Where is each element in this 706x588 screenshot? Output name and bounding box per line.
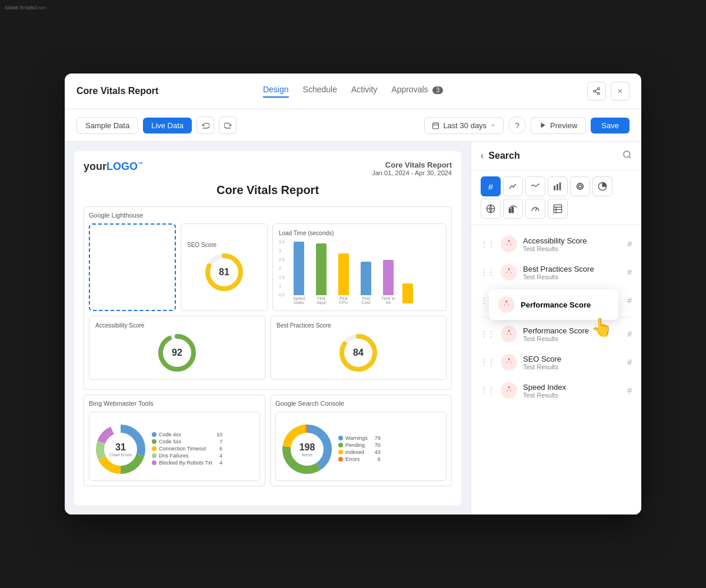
item-info-accessibility: Accessibility Score Test Results bbox=[523, 236, 621, 252]
panel-title: Search bbox=[488, 151, 618, 161]
share-button[interactable] bbox=[587, 82, 606, 101]
widget-type-pie[interactable] bbox=[592, 176, 612, 196]
report-header: yourLOGO™ Core Vitals Report Jan 01, 202… bbox=[84, 161, 452, 176]
redo-button[interactable] bbox=[219, 116, 237, 134]
item-icon-performance bbox=[501, 326, 517, 342]
report-date: Jan 01, 2024 - Apr 30, 2024 bbox=[372, 169, 452, 176]
item-type-best-practices: # bbox=[627, 268, 632, 277]
seo-label: SEO Score bbox=[187, 242, 217, 248]
item-type-accessibility: # bbox=[627, 239, 632, 249]
report-card: yourLOGO™ Core Vitals Report Jan 01, 202… bbox=[74, 151, 461, 505]
item-type-date: # bbox=[627, 296, 632, 305]
empty-metric-box[interactable] bbox=[89, 223, 176, 311]
logo: yourLOGO™ bbox=[84, 161, 143, 173]
load-time-label: Load Time (seconds) bbox=[279, 230, 334, 236]
report-heading: Core Vitals Report bbox=[84, 183, 452, 197]
date-range-button[interactable]: Last 30 days bbox=[424, 117, 504, 134]
crawl-legend: Code 4xx10 Code 5xx7 Connection Timeout6… bbox=[152, 432, 222, 467]
svg-line-3 bbox=[595, 92, 598, 93]
seo-value: 81 bbox=[219, 267, 229, 278]
item-icon-seo bbox=[501, 354, 517, 370]
sample-data-button[interactable]: Sample Data bbox=[76, 117, 138, 134]
panel-item-accessibility[interactable]: ⋮⋮ Accessibility Score Test Results # bbox=[471, 230, 641, 258]
item-type-speed: # bbox=[627, 386, 632, 395]
svg-line-4 bbox=[595, 89, 598, 91]
drag-handle[interactable]: ⋮⋮ bbox=[481, 240, 495, 248]
lighthouse-section: Google Lighthouse SEO Score bbox=[84, 206, 452, 390]
crawl-total: 31 bbox=[109, 442, 132, 453]
lighthouse-label: Google Lighthouse bbox=[89, 212, 447, 219]
help-button[interactable]: ? bbox=[508, 116, 526, 134]
svg-point-1 bbox=[594, 90, 596, 92]
item-icon-accessibility bbox=[501, 236, 517, 252]
tab-schedule[interactable]: Schedule bbox=[303, 85, 337, 98]
widget-type-gauge[interactable] bbox=[525, 199, 545, 219]
panel-item-seo[interactable]: ⋮⋮ SEO Score Test Results # bbox=[471, 348, 641, 376]
item-info-seo: SEO Score Test Results bbox=[523, 355, 621, 370]
svg-point-48 bbox=[508, 330, 510, 332]
crawl-errors-box: Crawl Errors bbox=[89, 412, 260, 481]
accessibility-label: Accessibility Score bbox=[95, 322, 144, 329]
best-practices-box: Best Practices Score 84 bbox=[270, 316, 447, 380]
drag-handle-2[interactable]: ⋮⋮ bbox=[481, 268, 495, 276]
item-icon-best-practices bbox=[501, 264, 517, 280]
svg-line-28 bbox=[629, 156, 631, 158]
widget-type-table[interactable] bbox=[548, 199, 568, 219]
widget-type-line[interactable] bbox=[503, 176, 523, 196]
panel-item-best-practices[interactable]: ⋮⋮ Best Practices Score Test Results # bbox=[471, 258, 641, 286]
widget-type-combo[interactable] bbox=[503, 199, 523, 219]
panel-header: ‹ Search bbox=[471, 142, 641, 171]
widget-type-sparkline[interactable] bbox=[525, 176, 545, 196]
main-area: yourLOGO™ Core Vitals Report Jan 01, 202… bbox=[65, 142, 641, 514]
panel-search-icon[interactable] bbox=[622, 150, 632, 162]
save-button[interactable]: Save bbox=[591, 118, 630, 133]
live-data-button[interactable]: Live Data bbox=[143, 118, 192, 133]
bing-label: Bing Webmaster Tools bbox=[89, 400, 260, 407]
svg-rect-7 bbox=[433, 123, 439, 129]
widget-types-row: # bbox=[471, 171, 641, 225]
accessibility-value: 92 bbox=[172, 348, 182, 358]
accessibility-box: Accessibility Score 92 bbox=[89, 316, 265, 380]
best-practices-donut: 84 bbox=[338, 332, 379, 373]
widget-type-number[interactable]: # bbox=[481, 176, 501, 196]
svg-line-39 bbox=[535, 208, 537, 211]
drag-handle-6[interactable]: ⋮⋮ bbox=[481, 386, 495, 395]
widget-type-globe[interactable] bbox=[481, 199, 501, 219]
performance-tooltip: Performance Score 👆 bbox=[489, 289, 618, 320]
undo-button[interactable] bbox=[197, 116, 214, 134]
title-bar: Core Vitals Report Design Schedule Activ… bbox=[65, 74, 641, 109]
bottom-sections: Bing Webmaster Tools Crawl Errors bbox=[84, 395, 452, 491]
title-bar-right bbox=[491, 82, 630, 101]
drag-handle-5[interactable]: ⋮⋮ bbox=[481, 358, 495, 366]
report-name: Core Vitals Report bbox=[372, 161, 452, 169]
item-icon-speed bbox=[501, 382, 517, 399]
widget-type-donut[interactable] bbox=[570, 176, 590, 196]
svg-point-45 bbox=[508, 268, 510, 270]
bing-section: Bing Webmaster Tools Crawl Errors bbox=[84, 395, 265, 486]
panel-back-button[interactable]: ‹ bbox=[481, 151, 484, 161]
svg-rect-40 bbox=[554, 205, 561, 212]
app-window: Core Vitals Report Design Schedule Activ… bbox=[65, 74, 641, 514]
tab-activity[interactable]: Activity bbox=[351, 85, 377, 98]
toolbar: Sample Data Live Data Last 30 days ? bbox=[65, 109, 641, 142]
lighthouse-row2: Accessibility Score 92 Best Practices Sc… bbox=[89, 316, 447, 380]
svg-point-49 bbox=[508, 358, 510, 360]
svg-point-50 bbox=[508, 386, 510, 388]
preview-button[interactable]: Preview bbox=[531, 117, 586, 134]
tab-approvals[interactable]: Approvals 3 bbox=[391, 85, 443, 98]
best-practices-value: 84 bbox=[353, 348, 364, 358]
tab-design[interactable]: Design bbox=[263, 85, 289, 98]
svg-point-0 bbox=[598, 88, 600, 90]
svg-rect-30 bbox=[557, 184, 558, 191]
lighthouse-grid: SEO Score 81 Load Time (seco bbox=[89, 223, 447, 311]
window-title: Core Vitals Report bbox=[76, 86, 158, 96]
svg-rect-38 bbox=[512, 207, 514, 212]
item-type-seo: # bbox=[627, 358, 632, 367]
svg-point-33 bbox=[578, 185, 581, 188]
close-button[interactable] bbox=[611, 82, 630, 101]
panel-item-performance[interactable]: Performance Score 👆 ⋮⋮ Performance Score… bbox=[471, 320, 641, 348]
item-info-best-practices: Best Practices Score Test Results bbox=[523, 265, 621, 280]
widget-type-bar[interactable] bbox=[548, 176, 568, 196]
drag-handle-4[interactable]: ⋮⋮ bbox=[481, 330, 495, 338]
panel-item-speed[interactable]: ⋮⋮ Speed Index Test Results # bbox=[471, 376, 641, 405]
